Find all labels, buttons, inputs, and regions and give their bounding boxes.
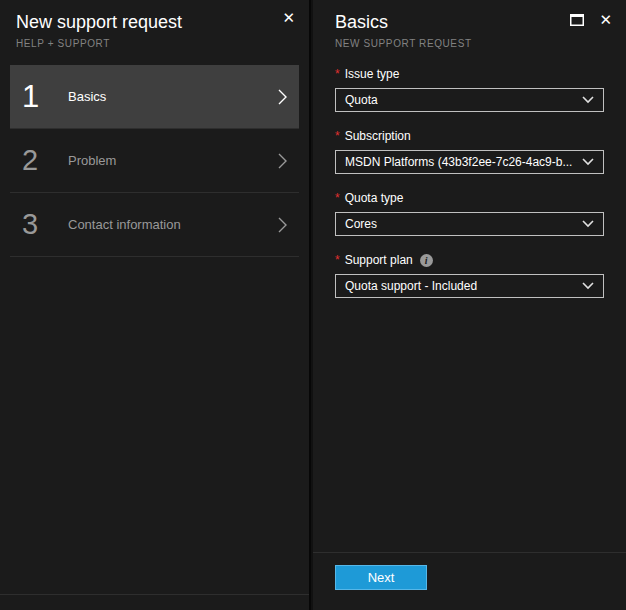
chevron-down-icon — [582, 158, 594, 166]
step-number: 2 — [22, 144, 66, 177]
required-marker: * — [335, 67, 340, 81]
select-value: MSDN Platforms (43b3f2ee-7c26-4ac9-b... — [345, 155, 572, 169]
chevron-right-icon — [278, 89, 287, 105]
blade-title: Basics — [335, 12, 604, 33]
step-number: 3 — [22, 208, 66, 241]
info-icon: i — [420, 254, 433, 267]
field-label-text: Quota type — [345, 191, 404, 205]
maximize-icon[interactable] — [570, 14, 584, 26]
blade-subtitle: NEW SUPPORT REQUEST — [335, 38, 604, 49]
subscription-select[interactable]: MSDN Platforms (43b3f2ee-7c26-4ac9-b... — [335, 150, 604, 174]
left-blade-header: New support request HELP + SUPPORT ✕ — [0, 0, 309, 53]
right-blade-footer: Next — [313, 552, 626, 610]
field-label: * Support plan i — [335, 253, 604, 267]
support-plan-select[interactable]: Quota support - Included — [335, 274, 604, 298]
chevron-down-icon — [582, 96, 594, 104]
field-label: * Subscription — [335, 129, 604, 143]
required-marker: * — [335, 253, 340, 267]
left-blade-footer — [0, 594, 309, 610]
step-label: Basics — [66, 89, 278, 104]
chevron-down-icon — [582, 282, 594, 290]
select-value: Quota support - Included — [345, 279, 477, 293]
subscription-field: * Subscription MSDN Platforms (43b3f2ee-… — [335, 129, 604, 174]
close-icon[interactable]: ✕ — [282, 10, 295, 25]
wizard-steps: 1 Basics 2 Problem 3 Contact information — [10, 65, 299, 257]
step-basics[interactable]: 1 Basics — [10, 65, 299, 129]
basics-form: * Issue type Quota * Subscription MSDN P… — [313, 53, 626, 552]
quota-type-select[interactable]: Cores — [335, 212, 604, 236]
issue-type-select[interactable]: Quota — [335, 88, 604, 112]
select-value: Cores — [345, 217, 377, 231]
close-icon[interactable]: ✕ — [599, 12, 612, 27]
right-blade-header: Basics NEW SUPPORT REQUEST ✕ — [313, 0, 626, 53]
issue-type-field: * Issue type Quota — [335, 67, 604, 112]
step-label: Problem — [66, 153, 278, 168]
new-support-request-blade: New support request HELP + SUPPORT ✕ 1 B… — [0, 0, 311, 610]
chevron-down-icon — [582, 220, 594, 228]
next-button[interactable]: Next — [335, 565, 427, 590]
step-number: 1 — [22, 79, 66, 115]
support-plan-field: * Support plan i Quota support - Include… — [335, 253, 604, 298]
chevron-right-icon — [278, 153, 287, 169]
select-value: Quota — [345, 93, 378, 107]
step-contact-information[interactable]: 3 Contact information — [10, 193, 299, 257]
field-label-text: Support plan — [345, 253, 413, 267]
breadcrumb: HELP + SUPPORT — [16, 38, 293, 49]
step-label: Contact information — [66, 217, 278, 232]
required-marker: * — [335, 129, 340, 143]
page-title: New support request — [16, 12, 293, 33]
required-marker: * — [335, 191, 340, 205]
basics-blade: Basics NEW SUPPORT REQUEST ✕ * Issue typ… — [313, 0, 626, 610]
field-label-text: Subscription — [345, 129, 411, 143]
field-label: * Issue type — [335, 67, 604, 81]
chevron-right-icon — [278, 217, 287, 233]
quota-type-field: * Quota type Cores — [335, 191, 604, 236]
field-label-text: Issue type — [345, 67, 400, 81]
step-problem[interactable]: 2 Problem — [10, 129, 299, 193]
field-label: * Quota type — [335, 191, 604, 205]
